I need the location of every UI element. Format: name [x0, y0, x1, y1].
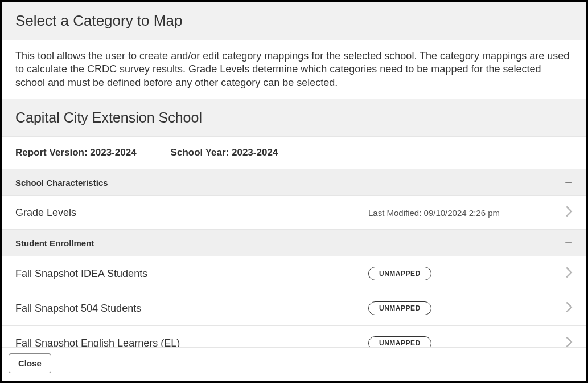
chevron-right-icon [559, 206, 573, 219]
section-title: Student Enrollment [15, 238, 94, 248]
category-row-grade-levels[interactable]: Grade Levels Last Modified: 09/10/2024 2… [2, 196, 586, 230]
minus-icon: − [565, 236, 573, 250]
row-label: Fall Snapshot 504 Students [15, 303, 368, 315]
row-last-modified: Last Modified: 09/10/2024 2:26 pm [368, 208, 559, 218]
row-badge-wrap: UNMAPPED [368, 267, 559, 280]
minus-icon: − [565, 176, 573, 189]
school-name: Capital City Extension School [15, 109, 573, 126]
category-row-504-students[interactable]: Fall Snapshot 504 Students UNMAPPED [2, 291, 586, 326]
status-badge-unmapped: UNMAPPED [368, 301, 431, 315]
dialog-window: Select a Category to Map This tool allow… [0, 0, 588, 383]
report-version: Report Version: 2023-2024 [15, 147, 137, 158]
close-button[interactable]: Close [9, 353, 51, 373]
section-header-school-characteristics[interactable]: School Characteristics − [2, 169, 586, 196]
section-title: School Characteristics [15, 178, 108, 188]
footer-bar: Close [2, 347, 586, 381]
category-row-idea-students[interactable]: Fall Snapshot IDEA Students UNMAPPED [2, 256, 586, 291]
chevron-right-icon [559, 302, 573, 315]
section-header-student-enrollment[interactable]: Student Enrollment − [2, 230, 586, 256]
row-label: Grade Levels [15, 207, 368, 219]
school-header: Capital City Extension School [2, 99, 586, 137]
status-badge-unmapped: UNMAPPED [368, 267, 431, 280]
row-badge-wrap: UNMAPPED [368, 301, 559, 315]
row-label: Fall Snapshot IDEA Students [15, 268, 368, 280]
header-bar: Select a Category to Map [2, 2, 586, 40]
meta-row: Report Version: 2023-2024 School Year: 2… [2, 137, 586, 169]
page-title: Select a Category to Map [15, 12, 573, 30]
chevron-right-icon [559, 267, 573, 280]
school-year: School Year: 2023-2024 [171, 147, 278, 158]
description-text: This tool allows the user to create and/… [2, 40, 586, 99]
